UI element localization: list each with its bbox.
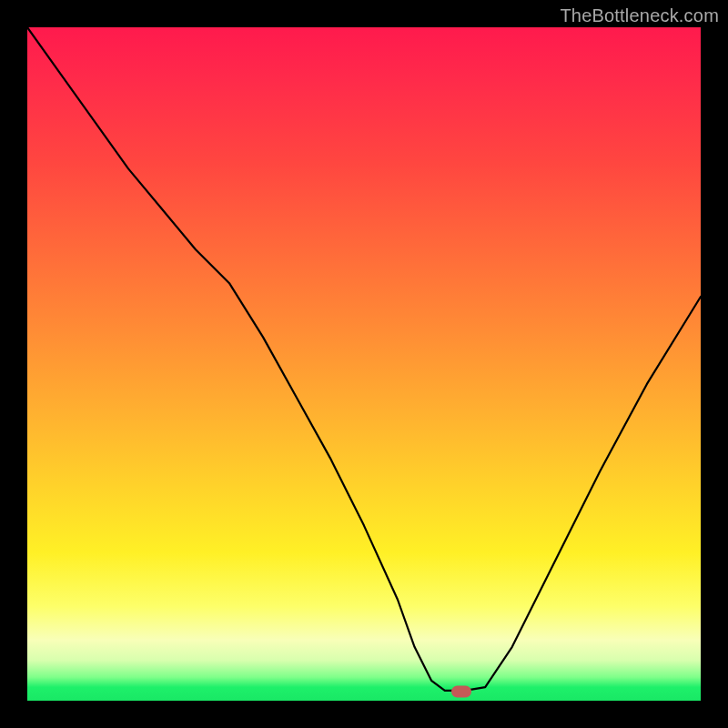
bottleneck-curve <box>27 27 701 701</box>
curve-path <box>27 27 701 691</box>
chart-frame: TheBottleneck.com <box>0 0 728 728</box>
watermark-text: TheBottleneck.com <box>560 5 719 26</box>
optimum-marker <box>451 686 471 698</box>
plot-area <box>27 27 701 701</box>
